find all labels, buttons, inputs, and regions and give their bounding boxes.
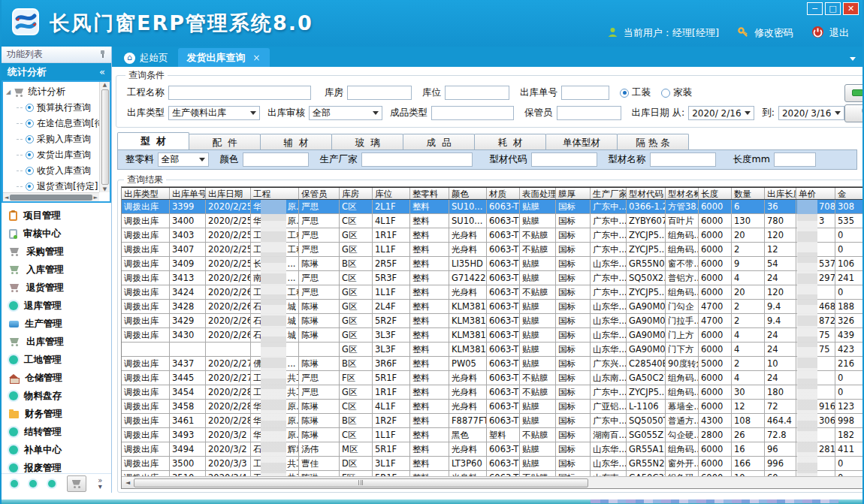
cell[interactable]: 3445 [170,371,206,385]
cell[interactable]: 4 [732,343,765,356]
cell[interactable]: 3458 [170,400,206,413]
cell[interactable]: 广东中... [591,228,627,242]
cell[interactable]: 10 [732,471,765,476]
sidebar-section-statistics[interactable]: 统计分析 « [2,63,111,80]
cell[interactable]: 广东中... [591,285,627,299]
cell[interactable]: 2020/3/2 [206,428,251,442]
cell[interactable]: 3R6F [373,357,410,370]
cell[interactable]: 国标 [556,300,591,313]
cell[interactable]: 6000 [699,328,732,342]
cell[interactable]: C28540B [627,357,666,370]
scroll-down-icon[interactable]: ▼ [103,186,107,192]
cell[interactable] [299,343,340,356]
cell[interactable]: 光身料 [449,285,487,299]
cell[interactable]: 1L1F [373,428,410,442]
cell[interactable]: F区 [340,471,373,476]
column-header[interactable]: 型材名称 [666,188,699,199]
cell[interactable]: 6063-T5 [487,385,520,399]
tab-home[interactable]: 起始页 [114,49,178,67]
logout-button[interactable]: 退出 [829,26,849,40]
cell[interactable]: 241 [835,271,864,285]
cell[interactable]: 严思 [299,214,340,228]
cell[interactable]: 5000 [699,357,732,370]
cell[interactable]: 整料 [410,314,449,327]
cell[interactable]: ZYCJP5... [627,285,666,299]
cell[interactable]: 6000 [699,228,732,242]
cell[interactable]: 调拨出库 [122,214,170,228]
cell[interactable]: ZYCJP5... [627,243,666,256]
cell[interactable]: 严思 [299,385,340,399]
warehouse-input[interactable] [347,86,412,100]
cell[interactable]: 6000 [699,471,732,476]
cell[interactable]: 陈琳 [299,314,340,327]
column-header[interactable]: 库房 [340,188,373,199]
out-type-select[interactable]: 生产领料出库 [168,106,260,120]
cell[interactable]: 6000 [699,442,732,456]
cell[interactable]: 整料 [410,442,449,456]
cell[interactable]: 调拨出库 [122,328,170,342]
cell[interactable]: C区 [340,214,373,228]
keeper-input[interactable] [557,106,621,120]
cell[interactable]: 整料 [410,428,449,442]
cell[interactable]: 山东南... [591,471,627,476]
cell[interactable]: 2020/3/2 [206,442,251,456]
cell[interactable]: 广东中... [591,200,627,213]
table-row[interactable]: 调拨出库34452020/2/27工共工程严思F区5R1F整料光身料6063-T… [122,371,864,385]
cell[interactable]: 国标 [556,328,591,342]
column-header[interactable]: 金 [835,188,864,199]
table-row[interactable]: 调拨出库34582020/2/28华原...陈琳C区4L1F整料光身料6063-… [122,400,864,414]
table-row[interactable]: 调拨出库34072020/2/25工工程严思G区1L1F整料光身料6063-T5… [122,243,864,257]
cell[interactable]: 广亚铝... [591,400,627,413]
cell[interactable]: 6 [732,200,765,213]
whole-piece-select[interactable]: 全部 [158,152,209,167]
cell[interactable]: 2020/2/26 [206,328,251,342]
cell[interactable]: 国标 [556,257,591,270]
table-row[interactable]: 调拨出库33992020/2/25华原...严思C区2L1F整料SU10...6… [122,200,864,214]
cell[interactable]: 3L1F [373,457,410,470]
cell[interactable]: 6000 [699,371,732,385]
cell[interactable]: 国标 [556,371,591,385]
scrollbar-thumb[interactable] [101,89,109,185]
cell[interactable]: B区 [340,414,373,427]
cell[interactable]: 0 [835,285,864,299]
cell[interactable]: 6063-T5 [487,343,520,356]
column-header[interactable]: 长度 [699,188,732,199]
column-header[interactable]: 出库长度 [765,188,796,199]
cell[interactable]: 调拨出库 [122,257,170,270]
cell[interactable]: 陈琳 [299,257,340,270]
cell[interactable]: 整料 [410,200,449,213]
cell[interactable]: 贴膜 [520,457,556,470]
cell[interactable]: 216 [835,357,864,370]
order-no-input[interactable] [561,86,609,100]
cell[interactable]: GA50C27 [627,371,666,385]
cell[interactable]: 10 [765,357,796,370]
table-row[interactable]: 调拨出库34242020/2/26工工程严思G区1L1F整料光身料6063-T5… [122,285,864,300]
cell[interactable]: 2020/2/25 [206,257,251,270]
cell[interactable]: GR55A11 [627,442,666,456]
cell[interactable]: 汤伟 [299,442,340,456]
cell[interactable]: 光身料 [449,385,487,399]
tree-item[interactable]: 收货入库查询 [6,163,108,179]
cell[interactable]: 国标 [556,357,591,370]
material-tab[interactable]: 隔 热 条 [617,134,689,149]
cell[interactable]: 6000 [699,285,732,299]
cell[interactable]: 整料 [410,343,449,356]
cell[interactable]: 调拨出库 [122,314,170,327]
cell[interactable]: D区 [340,457,373,470]
table-row[interactable]: 调拨出库35002020/3/3工共工程曹佳D区3L1F整料LT3P606063… [122,457,864,471]
column-header[interactable]: 整零料 [410,188,449,199]
column-header[interactable]: 工程 [251,188,299,199]
table-row[interactable]: 调拨出库34032020/2/25工工程严思G区1R1F整料光身料6063-T5… [122,228,864,243]
cell[interactable]: 2020/2/27 [206,357,251,370]
cell[interactable]: 贴膜 [520,200,556,213]
cell[interactable]: 光身料 [449,442,487,456]
tab-close-icon[interactable]: × [253,53,261,63]
material-tab[interactable]: 单体型材 [545,134,618,149]
tree-root-statistics[interactable]: ◢ 统计分析 [6,84,108,100]
column-header[interactable]: 材质 [487,188,520,199]
sidebar-module[interactable]: 工地管理 [9,351,111,369]
cell[interactable]: 12 [732,400,765,413]
cell[interactable]: 不贴膜 [520,471,556,476]
cell[interactable]: 3454 [170,385,206,399]
cell[interactable]: 30 [732,385,765,399]
